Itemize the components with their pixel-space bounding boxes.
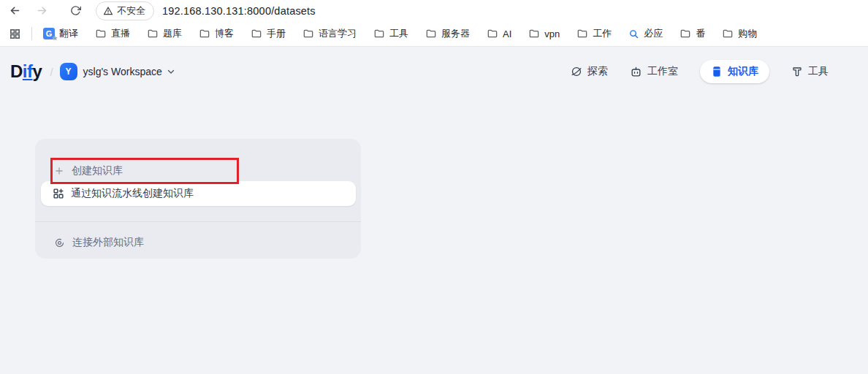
bookmark-folder[interactable]: 直播: [95, 27, 130, 40]
bookmark-bing[interactable]: 必应: [628, 27, 663, 40]
bookmark-folder[interactable]: 工具: [373, 27, 408, 40]
bookmark-folder[interactable]: 博客: [199, 27, 234, 40]
forward-arrow-icon: [36, 4, 48, 17]
folder-icon: [679, 28, 691, 39]
robot-icon: [630, 66, 642, 78]
nav-knowledge[interactable]: 知识库: [700, 60, 769, 83]
explore-icon: [571, 66, 582, 77]
folder-icon: [576, 28, 588, 39]
bookmark-folder[interactable]: 语言学习: [302, 27, 357, 40]
bookmark-folder[interactable]: vpn: [528, 28, 560, 39]
connect-target-icon: [54, 237, 65, 248]
bookmark-folder[interactable]: 题库: [147, 27, 182, 40]
connect-external-knowledge-option[interactable]: 连接外部知识库: [35, 229, 361, 256]
nav-studio[interactable]: 工作室: [630, 65, 678, 78]
bookmark-folder[interactable]: 手册: [251, 27, 286, 40]
folder-icon: [199, 28, 210, 39]
bookmark-folder[interactable]: AI: [487, 28, 511, 39]
back-button[interactable]: [6, 2, 23, 20]
folder-icon: [373, 28, 385, 39]
book-icon: [711, 66, 723, 77]
menu-divider: [35, 221, 361, 222]
dify-logo[interactable]: Dify: [10, 61, 42, 82]
bookmarks-divider: [31, 27, 32, 40]
folder-icon: [147, 28, 159, 39]
folder-icon: [425, 28, 437, 39]
folder-icon: [95, 28, 107, 39]
folder-icon: [722, 28, 734, 39]
reload-icon: [70, 5, 81, 16]
plus-icon: [54, 166, 64, 176]
folder-icon: [302, 28, 314, 39]
tools-icon: [791, 66, 803, 77]
forward-button[interactable]: [33, 2, 50, 20]
browser-toolbar: 不安全 192.168.130.131:8000/datasets: [0, 0, 868, 21]
security-label: 不安全: [117, 4, 145, 18]
app-header: Dify / Y yslg's Workspace 探索: [0, 47, 868, 96]
folder-icon: [528, 28, 540, 39]
translate-icon: G★: [43, 28, 55, 39]
bookmark-translate[interactable]: G★ 翻译: [43, 27, 78, 40]
main-nav: 探索 工作室 知识库: [571, 60, 829, 83]
address-bar-url[interactable]: 192.168.130.131:8000/datasets: [162, 5, 316, 17]
workspace-avatar: Y: [60, 63, 77, 80]
reload-button[interactable]: [66, 2, 84, 20]
dify-app: Dify / Y yslg's Workspace 探索: [0, 47, 868, 374]
workspace-selector[interactable]: Y yslg's Workspace: [60, 63, 176, 80]
warning-triangle-icon: [103, 6, 113, 16]
nav-explore[interactable]: 探索: [571, 65, 608, 78]
browser-window: 不安全 192.168.130.131:8000/datasets G★ 翻译 …: [0, 0, 868, 374]
bookmark-folder[interactable]: 番: [679, 27, 705, 40]
folder-icon: [251, 28, 262, 39]
search-icon: [628, 28, 639, 39]
bookmarks-bar: G★ 翻译 直播 题库 博客 手册 语言学习 工具 服务器: [0, 21, 868, 47]
chevron-down-icon: [166, 66, 176, 77]
breadcrumb-slash: /: [50, 66, 53, 78]
site-security-chip[interactable]: 不安全: [96, 1, 154, 20]
bookmark-folder[interactable]: 购物: [722, 27, 757, 40]
back-arrow-icon: [9, 4, 21, 17]
create-knowledge-menu: 创建知识库 通过知识流水线创建知识库 连接外部知识库: [35, 139, 361, 259]
apps-grid-icon[interactable]: [9, 28, 21, 40]
bookmark-folder[interactable]: 工作: [576, 27, 612, 40]
workspace-name: yslg's Workspace: [83, 66, 162, 77]
folder-icon: [487, 28, 498, 39]
create-knowledge-option[interactable]: 创建知识库: [35, 158, 361, 184]
create-from-pipeline-option[interactable]: 通过知识流水线创建知识库: [41, 181, 356, 206]
pipeline-blocks-icon: [53, 188, 64, 199]
bookmark-folder[interactable]: 服务器: [425, 27, 470, 40]
nav-tools[interactable]: 工具: [791, 65, 829, 78]
